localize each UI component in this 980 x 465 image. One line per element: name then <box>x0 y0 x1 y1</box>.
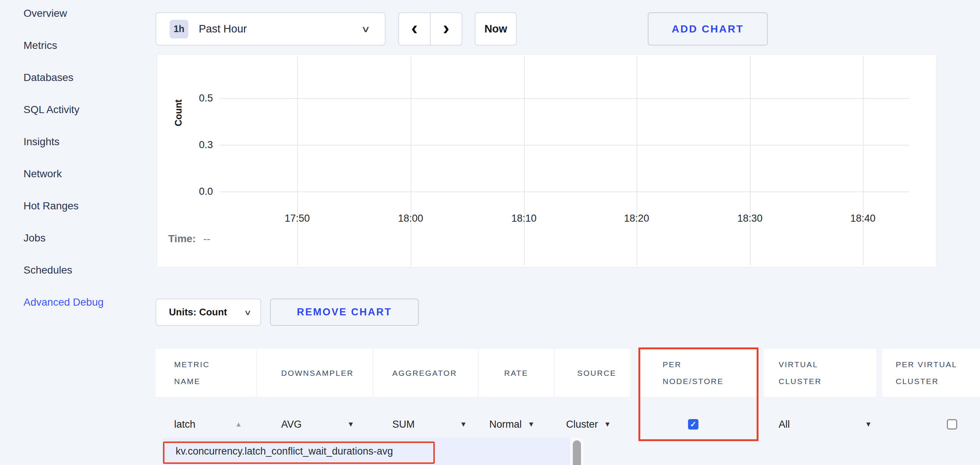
sidebar-item-hot-ranges[interactable]: Hot Ranges <box>24 201 103 211</box>
source-value: Cluster <box>566 419 598 430</box>
metric-suggestions-dropdown: kv.concurrency.latch_conflict_wait_durat… <box>162 438 584 465</box>
column-header-aggregator: AGGREGATOR <box>374 349 478 397</box>
time-window-label: Past Hour <box>199 23 247 35</box>
x-tick: 18:00 <box>381 213 441 224</box>
x-tick: 18:20 <box>607 213 667 224</box>
sidebar-item-metrics[interactable]: Metrics <box>24 40 103 51</box>
metric-name-cell: ▲ <box>156 411 256 438</box>
sidebar-item-advanced-debug[interactable]: Advanced Debug <box>24 297 103 307</box>
remove-chart-button[interactable]: REMOVE CHART <box>270 299 419 326</box>
column-header-metric-name: METRIC NAME <box>156 349 256 397</box>
sidebar-item-jobs[interactable]: Jobs <box>24 233 103 243</box>
virtual-cluster-value: All <box>779 419 790 430</box>
sidebar-item-network[interactable]: Network <box>24 169 103 179</box>
header-line: NODE/STORE <box>663 373 758 390</box>
sidebar: Overview Metrics Databases SQL Activity … <box>24 8 103 307</box>
previous-time-window-button[interactable]: ‹ <box>398 12 430 46</box>
header-line: RATE <box>504 364 554 381</box>
header-line: METRIC <box>174 356 256 373</box>
aggregator-select[interactable]: SUM ▼ <box>392 419 467 430</box>
time-step-buttons: ‹ › <box>398 12 462 46</box>
now-button[interactable]: Now <box>475 12 517 46</box>
dropdown-scrollbar-track[interactable] <box>570 438 584 465</box>
hover-time-readout: Time:-- <box>168 233 210 245</box>
units-dropdown[interactable]: Units: Count ∨ <box>156 299 261 326</box>
header-line: DOWNSAMPLER <box>281 364 372 381</box>
column-header-rate: RATE <box>479 349 554 397</box>
source-select[interactable]: Cluster ▼ <box>566 419 611 430</box>
aggregator-value: SUM <box>392 419 415 430</box>
sidebar-item-insights[interactable]: Insights <box>24 137 103 147</box>
custom-chart-card: 0.5 0.3 0.0 17:50 18:00 18:10 18:20 18:3… <box>157 54 937 268</box>
metric-name-select[interactable]: ▲ <box>174 419 242 430</box>
header-line: VIRTUAL <box>779 356 877 373</box>
header-line: PER VIRTUAL <box>896 356 980 373</box>
per-node-store-checkbox[interactable]: ✓ <box>688 419 698 430</box>
time-readout-value: -- <box>203 233 210 244</box>
rate-cell: Normal ▼ <box>479 411 554 438</box>
rate-value: Normal <box>489 419 522 430</box>
source-cell: Cluster ▼ <box>555 411 630 438</box>
caret-down-icon: ▼ <box>604 420 611 428</box>
virtual-cluster-cell: All ▼ <box>764 411 877 438</box>
header-line: AGGREGATOR <box>392 364 478 381</box>
metric-name-input[interactable] <box>174 419 224 430</box>
header-line: NAME <box>174 373 256 390</box>
chart-plot-area[interactable] <box>220 56 910 211</box>
x-tick: 17:50 <box>267 213 327 224</box>
add-chart-button[interactable]: ADD CHART <box>648 12 768 46</box>
column-header-source: SOURCE <box>555 349 630 397</box>
sidebar-item-schedules[interactable]: Schedules <box>24 265 103 275</box>
sidebar-item-databases[interactable]: Databases <box>24 72 103 83</box>
chevron-down-icon: ∨ <box>244 308 252 317</box>
x-tick: 18:30 <box>720 213 780 224</box>
chevron-left-icon: ‹ <box>411 17 418 39</box>
header-line: CLUSTER <box>779 373 877 390</box>
dropdown-scrollbar-thumb[interactable] <box>573 440 581 465</box>
column-header-per-virtual-cluster: PER VIRTUAL CLUSTER <box>882 349 980 397</box>
time-readout-label: Time: <box>168 233 196 244</box>
check-icon: ✓ <box>690 420 697 429</box>
header-line: SOURCE <box>577 364 630 381</box>
caret-down-icon: ▼ <box>347 420 354 428</box>
rate-select[interactable]: Normal ▼ <box>489 419 535 430</box>
x-tick: 18:40 <box>833 213 893 224</box>
caret-down-icon: ▼ <box>528 420 535 428</box>
y-tick: 0.0 <box>176 186 213 197</box>
y-axis-label: Count <box>173 76 184 150</box>
per-node-store-cell: ✓ <box>640 411 758 438</box>
chevron-down-icon: ∨ <box>361 24 370 34</box>
caret-down-icon: ▼ <box>460 420 467 428</box>
time-range-selector[interactable]: 1h Past Hour ∨ <box>156 12 386 46</box>
chevron-right-icon: › <box>443 17 449 39</box>
downsampler-select[interactable]: AVG ▼ <box>281 419 354 430</box>
metric-suggestion-item[interactable]: kv.concurrency.latch_conflict_wait_durat… <box>162 438 570 465</box>
per-virtual-cluster-checkbox[interactable] <box>947 419 957 430</box>
header-line: CLUSTER <box>896 373 980 390</box>
downsampler-cell: AVG ▼ <box>257 411 372 438</box>
virtual-cluster-select[interactable]: All ▼ <box>779 419 872 430</box>
aggregator-cell: SUM ▼ <box>374 411 478 438</box>
sidebar-item-sql-activity[interactable]: SQL Activity <box>24 104 103 115</box>
units-dropdown-label: Units: Count <box>169 307 227 318</box>
column-header-downsampler: DOWNSAMPLER <box>257 349 372 397</box>
header-line: PER <box>663 356 758 373</box>
x-tick: 18:10 <box>494 213 554 224</box>
caret-up-icon: ▲ <box>235 420 242 428</box>
caret-down-icon: ▼ <box>865 420 872 428</box>
per-virtual-cluster-cell <box>882 411 980 438</box>
time-window-badge: 1h <box>170 20 188 38</box>
sidebar-item-overview[interactable]: Overview <box>24 8 103 19</box>
column-header-virtual-cluster: VIRTUAL CLUSTER <box>764 349 877 397</box>
next-time-window-button[interactable]: › <box>430 12 462 46</box>
column-header-per-node-store: PER NODE/STORE <box>640 349 758 397</box>
downsampler-value: AVG <box>281 419 302 430</box>
